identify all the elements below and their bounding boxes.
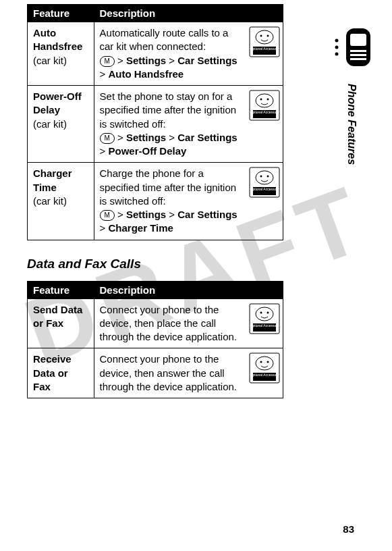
svg-point-2: [260, 35, 262, 37]
optional-accessory-icon: Optional Accessory: [249, 303, 280, 334]
svg-text:Optional Accessory: Optional Accessory: [250, 187, 279, 191]
feature-name: Charger Time: [33, 167, 72, 192]
svg-rect-37: [350, 54, 366, 56]
menu-settings: Settings: [126, 132, 166, 143]
svg-point-34: [335, 53, 339, 56]
menu-auto-handsfree: Auto Handsfree: [108, 68, 184, 80]
side-section-label: Phone Features: [345, 84, 358, 165]
gt: >: [117, 209, 123, 220]
svg-text:Optional Accessory: Optional Accessory: [250, 373, 279, 377]
svg-point-21: [267, 311, 269, 313]
side-area: Phone Features: [325, 27, 379, 165]
feature-cell: Receive Data or Fax: [28, 348, 94, 398]
optional-accessory-icon: Optional Accessory: [249, 167, 280, 198]
features-table-car-kit: Feature Description Auto Handsfree (car …: [27, 4, 283, 240]
table1-header-description: Description: [94, 5, 283, 22]
menu-car-settings: Car Settings: [177, 132, 237, 143]
svg-text:Optional Accessory: Optional Accessory: [250, 323, 279, 327]
table2-header-feature: Feature: [28, 281, 94, 298]
svg-point-20: [260, 311, 262, 313]
feature-cell: Power-Off Delay (car kit): [28, 86, 94, 163]
svg-point-33: [335, 46, 339, 49]
svg-rect-38: [350, 58, 366, 60]
table-row: Send Data or Fax Connect your phone to t…: [28, 298, 283, 348]
feature-name: Receive Data or Fax: [33, 353, 72, 392]
svg-point-7: [256, 94, 273, 107]
table-row: Power-Off Delay (car kit) Set the phone …: [28, 86, 283, 163]
optional-accessory-icon: Optional Accessory: [249, 26, 280, 57]
svg-text:Optional Accessory: Optional Accessory: [250, 110, 279, 114]
svg-point-19: [256, 307, 273, 321]
svg-point-32: [335, 39, 339, 43]
gt: >: [100, 222, 106, 234]
description-cell: Automatically route calls to a car kit w…: [94, 22, 283, 86]
description-text: Charge the phone for a specified time af…: [100, 167, 237, 207]
feature-name: Power-Off Delay: [33, 90, 82, 115]
gt: >: [169, 55, 175, 66]
gt: >: [117, 55, 123, 66]
page-number: 83: [343, 523, 354, 535]
menu-settings: Settings: [126, 209, 166, 220]
menu-key-icon: M: [100, 210, 115, 221]
svg-point-3: [267, 35, 269, 37]
svg-text:Optional Accessory: Optional Accessory: [250, 47, 279, 51]
svg-rect-31: [350, 34, 366, 46]
svg-point-26: [260, 361, 262, 363]
menu-charger-time: Charger Time: [108, 222, 173, 234]
menu-key-icon: M: [100, 56, 115, 67]
feature-name: Auto Handsfree: [33, 27, 82, 52]
menu-power-off-delay: Power-Off Delay: [108, 145, 186, 157]
feature-sub: (car kit): [33, 118, 67, 130]
svg-point-9: [267, 99, 269, 101]
table-row: Auto Handsfree (car kit) Automatically r…: [28, 22, 283, 86]
section-heading: Data and Fax Calls: [27, 257, 283, 271]
description-cell: Charge the phone for a specified time af…: [94, 163, 283, 240]
feature-cell: Send Data or Fax: [28, 298, 94, 348]
menu-settings: Settings: [126, 55, 166, 66]
feature-sub: (car kit): [33, 195, 67, 207]
svg-rect-36: [350, 50, 366, 52]
description-cell: Set the phone to stay on for a specified…: [94, 86, 283, 163]
optional-accessory-icon: Optional Accessory: [249, 352, 280, 384]
feature-sub: (car kit): [33, 55, 67, 66]
description-text: Automatically route calls to a car kit w…: [100, 27, 229, 52]
description-text: Connect your phone to the device, then p…: [100, 304, 237, 343]
svg-point-25: [256, 357, 273, 370]
gt: >: [100, 145, 106, 157]
svg-point-15: [267, 176, 269, 178]
svg-point-13: [256, 171, 273, 184]
description-text: Set the phone to stay on for a specified…: [100, 90, 237, 130]
features-table-data-fax: Feature Description Send Data or Fax Con…: [27, 281, 283, 399]
menu-car-settings: Car Settings: [177, 55, 237, 66]
gt: >: [169, 132, 175, 143]
description-cell: Connect your phone to the device, then a…: [94, 348, 283, 398]
table2-header-description: Description: [94, 281, 283, 298]
optional-accessory-icon: Optional Accessory: [249, 90, 280, 121]
svg-point-27: [267, 361, 269, 363]
svg-point-14: [260, 176, 262, 178]
phone-tab-icon: [330, 27, 373, 70]
feature-cell: Charger Time (car kit): [28, 163, 94, 240]
table-row: Receive Data or Fax Connect your phone t…: [28, 348, 283, 398]
menu-key-icon: M: [100, 133, 115, 144]
feature-cell: Auto Handsfree (car kit): [28, 22, 94, 86]
gt: >: [100, 68, 106, 80]
menu-car-settings: Car Settings: [177, 209, 237, 220]
gt: >: [117, 132, 123, 143]
gt: >: [169, 209, 175, 220]
main-content: Feature Description Auto Handsfree (car …: [0, 0, 310, 398]
svg-point-8: [260, 99, 262, 101]
feature-name: Send Data or Fax: [33, 304, 82, 329]
table1-header-feature: Feature: [28, 5, 94, 22]
table-row: Charger Time (car kit) Charge the phone …: [28, 163, 283, 240]
description-cell: Connect your phone to the device, then p…: [94, 298, 283, 348]
description-text: Connect your phone to the device, then a…: [100, 353, 237, 392]
svg-point-1: [256, 30, 273, 44]
